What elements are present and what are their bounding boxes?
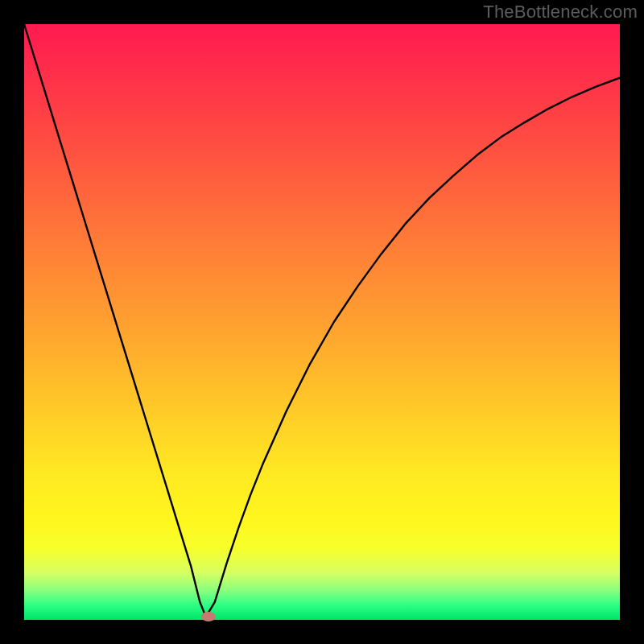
plot-area (24, 24, 620, 620)
watermark-text: TheBottleneck.com (483, 2, 638, 23)
chart-frame: TheBottleneck.com (0, 0, 644, 644)
optimum-marker (201, 612, 216, 621)
curve-svg (24, 24, 620, 620)
bottleneck-curve (24, 24, 620, 617)
